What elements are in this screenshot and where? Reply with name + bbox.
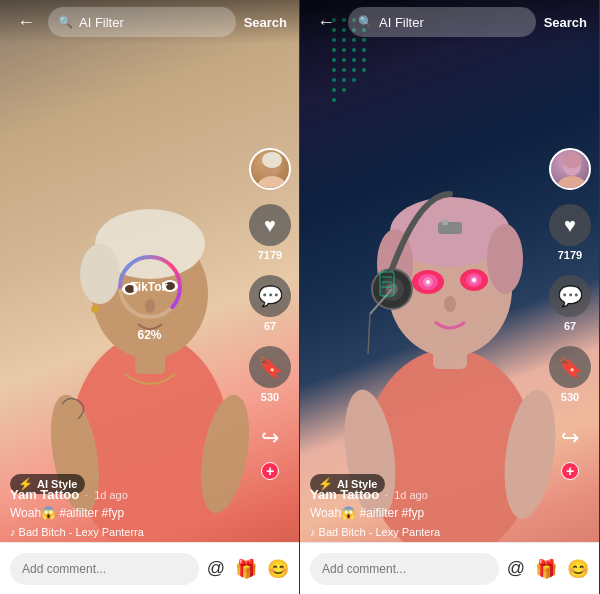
comment-count-right: 67	[564, 320, 576, 332]
comment-item-left[interactable]: 💬 67	[249, 275, 291, 332]
svg-point-35	[342, 58, 346, 62]
follow-plus-left[interactable]: +	[261, 462, 279, 480]
comment-icons-right: @ 🎁 😊	[507, 558, 589, 580]
comment-icons-left: @ 🎁 😊	[207, 558, 289, 580]
follow-plus-right[interactable]: +	[561, 462, 579, 480]
avatar-item-right[interactable]: +	[549, 148, 591, 190]
svg-point-78	[562, 152, 582, 168]
right-sidebar-right: + ♥ 7179 💬 67 🔖 530 ↪ 76	[549, 148, 591, 474]
svg-point-40	[352, 68, 356, 72]
tiktok-loader: TikTok 62%	[115, 252, 185, 342]
svg-point-64	[444, 296, 456, 312]
time-ago-right: 1d ago	[394, 489, 428, 501]
search-bar-right[interactable]: 🔍 AI Filter	[348, 7, 536, 37]
bookmark-icon-left: 🔖	[249, 346, 291, 388]
svg-point-44	[352, 78, 356, 82]
music-note-left: ♪ Bad Bitch - Lexy Panterra	[10, 526, 144, 538]
comment-icon-left: 💬	[249, 275, 291, 317]
svg-point-41	[362, 68, 366, 72]
mention-icon-right[interactable]: @	[507, 558, 525, 579]
search-text-right: AI Filter	[379, 15, 424, 30]
comment-bar-left: @ 🎁 😊	[0, 542, 299, 594]
svg-point-10	[91, 305, 99, 313]
svg-rect-54	[438, 222, 462, 234]
share-icon-left: ↪	[249, 417, 291, 459]
back-button-left[interactable]: ←	[12, 8, 40, 36]
svg-point-33	[362, 48, 366, 52]
comment-bar-right: @ 🎁 😊	[300, 542, 599, 594]
svg-point-37	[362, 58, 366, 62]
like-item-left[interactable]: ♥ 7179	[249, 204, 291, 261]
left-panel: ← 🔍 AI Filter Search TikTok 62%	[0, 0, 300, 594]
search-text-left: AI Filter	[79, 15, 124, 30]
search-icon-left: 🔍	[58, 15, 73, 29]
emoji-icon-right[interactable]: 😊	[567, 558, 589, 580]
svg-point-17	[262, 152, 282, 168]
tiktok-brand-label: TikTok	[131, 280, 169, 294]
svg-point-30	[332, 48, 336, 52]
svg-point-31	[342, 48, 346, 52]
caption-left: Woah😱 #aifilter #fyp	[10, 506, 243, 522]
avatar-item-left[interactable]: +	[249, 148, 291, 190]
svg-point-59	[426, 280, 430, 284]
bottom-info-right: Yam Tattoo · 1d ago Woah😱 #aifilter #fyp…	[310, 487, 543, 538]
username-row-right: Yam Tattoo · 1d ago	[310, 487, 543, 502]
svg-point-34	[332, 58, 336, 62]
bookmark-icon-right: 🔖	[549, 346, 591, 388]
comment-icon-right: 💬	[549, 275, 591, 317]
gift-icon-right[interactable]: 🎁	[535, 558, 557, 580]
search-icon-right: 🔍	[358, 15, 373, 29]
gift-icon-left[interactable]: 🎁	[235, 558, 257, 580]
top-bar-left: ← 🔍 AI Filter Search	[0, 0, 299, 44]
time-separator-right: ·	[385, 489, 388, 501]
comment-item-right[interactable]: 💬 67	[549, 275, 591, 332]
svg-point-36	[352, 58, 356, 62]
right-panel: // Will render dots via inline SVG	[300, 0, 600, 594]
search-bar-left[interactable]: 🔍 AI Filter	[48, 7, 236, 37]
svg-rect-55	[442, 219, 448, 225]
username-row-left: Yam Tattoo · 1d ago	[10, 487, 243, 502]
like-count-left: 7179	[258, 249, 282, 261]
bookmark-item-right[interactable]: 🔖 530	[549, 346, 591, 403]
username-left: Yam Tattoo	[10, 487, 79, 502]
comment-count-left: 67	[264, 320, 276, 332]
like-item-right[interactable]: ♥ 7179	[549, 204, 591, 261]
emoji-icon-left[interactable]: 😊	[267, 558, 289, 580]
bookmark-count-left: 530	[261, 391, 279, 403]
svg-point-38	[332, 68, 336, 72]
svg-point-47	[332, 98, 336, 102]
search-button-right[interactable]: Search	[544, 15, 587, 30]
avatar-left	[249, 148, 291, 190]
right-sidebar-left: + ♥ 7179 💬 67 🔖 530 ↪ 76	[249, 148, 291, 474]
loader-percent: 62%	[137, 328, 161, 342]
bookmark-count-right: 530	[561, 391, 579, 403]
music-row-left: ♪ Bad Bitch - Lexy Panterra	[10, 526, 243, 538]
comment-input-right[interactable]	[310, 553, 499, 585]
bookmark-item-left[interactable]: 🔖 530	[249, 346, 291, 403]
caption-right: Woah😱 #aifilter #fyp	[310, 506, 543, 522]
time-ago-left: 1d ago	[94, 489, 128, 501]
svg-point-42	[332, 78, 336, 82]
svg-point-45	[332, 88, 336, 92]
svg-point-63	[472, 278, 476, 282]
username-right: Yam Tattoo	[310, 487, 379, 502]
like-icon-left: ♥	[249, 204, 291, 246]
like-icon-right: ♥	[549, 204, 591, 246]
svg-point-77	[557, 176, 587, 190]
svg-point-39	[342, 68, 346, 72]
back-button-right[interactable]: ←	[312, 8, 340, 36]
comment-input-left[interactable]	[10, 553, 199, 585]
like-count-right: 7179	[558, 249, 582, 261]
svg-point-16	[257, 176, 287, 190]
share-icon-right: ↪	[549, 417, 591, 459]
music-row-right: ♪ Bad Bitch - Lexy Pantera	[310, 526, 543, 538]
mention-icon-left[interactable]: @	[207, 558, 225, 579]
svg-point-46	[342, 88, 346, 92]
avatar-right	[549, 148, 591, 190]
top-bar-right: ← 🔍 AI Filter Search	[300, 0, 599, 44]
svg-point-43	[342, 78, 346, 82]
search-button-left[interactable]: Search	[244, 15, 287, 30]
loader-ring: TikTok	[115, 252, 185, 322]
svg-point-32	[352, 48, 356, 52]
music-note-right: ♪ Bad Bitch - Lexy Pantera	[310, 526, 440, 538]
